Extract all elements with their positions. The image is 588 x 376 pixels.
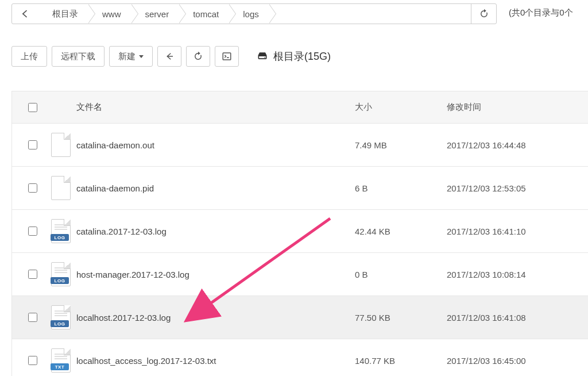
select-all-cell: [19, 101, 45, 114]
col-date[interactable]: 修改时间: [447, 102, 579, 113]
table-row[interactable]: TXTlocalhost_access_log.2017-12-03.txt14…: [12, 339, 588, 376]
file-icon-cell: [45, 133, 76, 157]
table-row[interactable]: LOGhost-manager.2017-12-03.log0 B2017/12…: [12, 253, 588, 296]
arrow-left-icon: [164, 51, 175, 62]
file-size: 42.44 KB: [355, 227, 447, 236]
nav-back-button[interactable]: [157, 46, 181, 67]
file-icon-cell: LOG: [45, 305, 76, 329]
file-date: 2017/12/03 16:45:00: [447, 356, 579, 366]
refresh-path-button[interactable]: [471, 4, 496, 24]
file-size: 7.49 MB: [355, 140, 447, 150]
row-checkbox[interactable]: [28, 183, 37, 193]
file-icon-cell: LOG: [45, 262, 76, 286]
row-checkbox[interactable]: [28, 313, 37, 322]
file-date: 2017/12/03 16:44:48: [447, 140, 579, 150]
file-name[interactable]: localhost_access_log.2017-12-03.txt: [76, 356, 355, 366]
row-check-cell: [19, 311, 45, 324]
back-button[interactable]: [12, 4, 38, 24]
file-file-icon: [51, 133, 71, 157]
file-size: 77.50 KB: [355, 313, 447, 323]
disk-label: 根目录(15G): [273, 49, 331, 63]
row-check-cell: [19, 182, 45, 194]
file-name[interactable]: host-manager.2017-12-03.log: [76, 270, 355, 279]
hdd-icon: [256, 51, 269, 62]
log-file-icon: LOG: [51, 262, 71, 286]
file-list: 文件名 大小 修改时间 catalina-daemon.out7.49 MB20…: [11, 91, 588, 376]
file-icon-cell: LOG: [45, 219, 76, 243]
breadcrumb-bar: 根目录 www server tomcat logs: [11, 3, 497, 24]
table-row[interactable]: LOGlocalhost.2017-12-03.log77.50 KB2017/…: [12, 296, 588, 339]
refresh-icon: [479, 9, 489, 19]
row-checkbox[interactable]: [28, 227, 37, 236]
file-icon-cell: [45, 176, 76, 200]
breadcrumb-item[interactable]: tomcat: [179, 4, 229, 24]
select-all-checkbox[interactable]: [28, 103, 37, 112]
txt-file-icon: TXT: [51, 348, 71, 373]
table-row[interactable]: catalina-daemon.pid6 B2017/12/03 12:53:0…: [12, 167, 588, 210]
svg-rect-0: [223, 53, 231, 60]
col-size[interactable]: 大小: [355, 102, 447, 113]
refresh-icon: [193, 51, 203, 62]
file-date: 2017/12/03 16:41:10: [447, 227, 579, 236]
terminal-button[interactable]: [215, 46, 239, 67]
col-name[interactable]: 文件名: [76, 102, 355, 113]
row-check-cell: [19, 268, 45, 281]
new-label: 新建: [118, 51, 136, 62]
chevron-down-icon: [139, 55, 144, 58]
count-info: (共0个目录与0个: [509, 7, 573, 18]
file-icon-cell: TXT: [45, 348, 76, 373]
toolbar: 上传 远程下载 新建 根目录(15G): [11, 45, 331, 68]
file-name[interactable]: catalina.2017-12-03.log: [76, 227, 355, 236]
row-checkbox[interactable]: [28, 356, 37, 365]
row-check-cell: [19, 354, 45, 367]
upload-button[interactable]: 上传: [11, 46, 47, 67]
remote-download-button[interactable]: 远程下载: [52, 46, 105, 67]
row-checkbox[interactable]: [28, 270, 37, 279]
file-file-icon: [51, 176, 71, 200]
file-date: 2017/12/03 12:53:05: [447, 183, 579, 193]
row-check-cell: [19, 225, 45, 237]
arrow-left-icon: [20, 8, 31, 20]
terminal-icon: [222, 51, 232, 62]
file-size: 0 B: [355, 270, 447, 279]
log-file-icon: LOG: [51, 305, 71, 329]
refresh-button[interactable]: [186, 46, 210, 67]
file-name[interactable]: catalina-daemon.out: [76, 140, 355, 150]
table-row[interactable]: catalina-daemon.out7.49 MB2017/12/03 16:…: [12, 124, 588, 167]
new-dropdown[interactable]: 新建: [109, 46, 153, 67]
disk-info: 根目录(15G): [256, 49, 331, 63]
row-check-cell: [19, 139, 45, 151]
file-name[interactable]: catalina-daemon.pid: [76, 183, 355, 193]
file-date: 2017/12/03 10:08:14: [447, 270, 579, 279]
file-date: 2017/12/03 16:41:08: [447, 313, 579, 323]
table-row[interactable]: LOGcatalina.2017-12-03.log42.44 KB2017/1…: [12, 210, 588, 253]
file-name[interactable]: localhost.2017-12-03.log: [76, 313, 355, 323]
row-checkbox[interactable]: [28, 140, 37, 149]
breadcrumb-root[interactable]: 根目录: [38, 4, 88, 24]
breadcrumb-item[interactable]: server: [131, 4, 180, 24]
log-file-icon: LOG: [51, 219, 71, 243]
file-size: 140.77 KB: [355, 356, 447, 366]
file-size: 6 B: [355, 183, 447, 193]
table-header: 文件名 大小 修改时间: [12, 91, 588, 124]
